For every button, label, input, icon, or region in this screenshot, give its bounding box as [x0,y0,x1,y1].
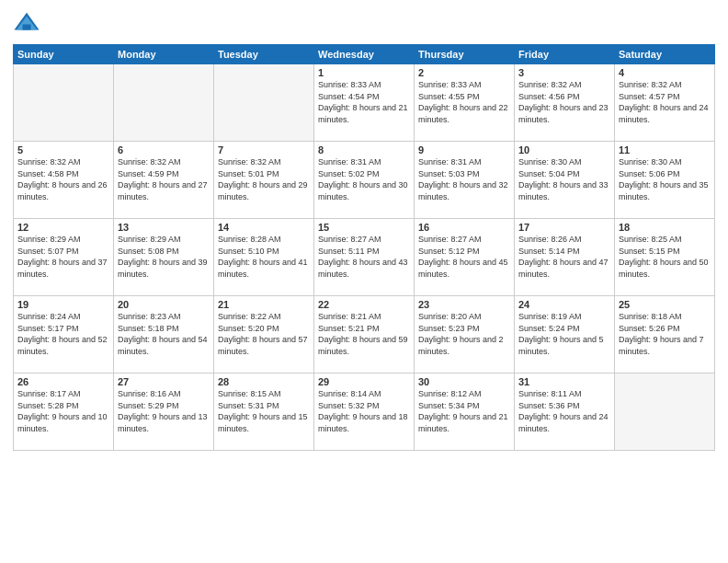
day-info: Sunrise: 8:15 AMSunset: 5:31 PMDaylight:… [218,388,310,434]
day-info: Sunrise: 8:14 AMSunset: 5:32 PMDaylight:… [318,388,410,434]
calendar-cell [114,64,214,142]
weekday-header-row: SundayMondayTuesdayWednesdayThursdayFrid… [14,45,715,64]
day-info: Sunrise: 8:21 AMSunset: 5:21 PMDaylight:… [318,311,410,357]
day-info: Sunrise: 8:31 AMSunset: 5:03 PMDaylight:… [418,156,510,202]
day-info: Sunrise: 8:20 AMSunset: 5:23 PMDaylight:… [418,311,510,357]
calendar-cell: 28Sunrise: 8:15 AMSunset: 5:31 PMDayligh… [214,373,314,451]
day-number: 11 [619,144,711,155]
day-info: Sunrise: 8:19 AMSunset: 5:24 PMDaylight:… [518,311,610,357]
calendar-header: SundayMondayTuesdayWednesdayThursdayFrid… [14,45,715,64]
logo [13,9,44,37]
day-info: Sunrise: 8:30 AMSunset: 5:06 PMDaylight:… [619,156,711,202]
calendar-cell: 14Sunrise: 8:28 AMSunset: 5:10 PMDayligh… [214,219,314,296]
calendar-cell: 6Sunrise: 8:32 AMSunset: 4:59 PMDaylight… [114,142,214,219]
day-number: 9 [418,144,510,155]
calendar-cell: 2Sunrise: 8:33 AMSunset: 4:55 PMDaylight… [415,64,515,142]
day-number: 20 [118,299,210,310]
calendar-cell: 27Sunrise: 8:16 AMSunset: 5:29 PMDayligh… [114,373,214,451]
svg-rect-2 [23,25,31,30]
calendar-cell: 21Sunrise: 8:22 AMSunset: 5:20 PMDayligh… [214,296,314,373]
day-info: Sunrise: 8:26 AMSunset: 5:14 PMDaylight:… [518,234,610,280]
day-number: 29 [318,376,410,387]
logo-icon [13,9,40,37]
day-number: 21 [218,299,310,310]
calendar-cell: 15Sunrise: 8:27 AMSunset: 5:11 PMDayligh… [314,219,415,296]
day-info: Sunrise: 8:23 AMSunset: 5:18 PMDaylight:… [118,311,210,357]
day-info: Sunrise: 8:25 AMSunset: 5:15 PMDaylight:… [619,234,711,280]
day-info: Sunrise: 8:32 AMSunset: 5:01 PMDaylight:… [218,156,310,202]
day-number: 6 [118,144,210,155]
day-number: 10 [518,144,610,155]
day-number: 25 [619,299,711,310]
week-row-4: 19Sunrise: 8:24 AMSunset: 5:17 PMDayligh… [14,296,715,373]
calendar-cell: 23Sunrise: 8:20 AMSunset: 5:23 PMDayligh… [415,296,515,373]
weekday-header-friday: Friday [515,45,615,64]
calendar-cell: 29Sunrise: 8:14 AMSunset: 5:32 PMDayligh… [314,373,415,451]
calendar-cell [214,64,314,142]
day-number: 8 [318,144,410,155]
calendar-cell: 4Sunrise: 8:32 AMSunset: 4:57 PMDaylight… [615,64,715,142]
page: SundayMondayTuesdayWednesdayThursdayFrid… [0,0,728,563]
calendar-cell: 31Sunrise: 8:11 AMSunset: 5:36 PMDayligh… [515,373,615,451]
day-info: Sunrise: 8:30 AMSunset: 5:04 PMDaylight:… [518,156,610,202]
week-row-3: 12Sunrise: 8:29 AMSunset: 5:07 PMDayligh… [14,219,715,296]
day-number: 15 [318,222,410,233]
day-info: Sunrise: 8:18 AMSunset: 5:26 PMDaylight:… [619,311,711,357]
day-info: Sunrise: 8:12 AMSunset: 5:34 PMDaylight:… [418,388,510,434]
calendar-cell: 19Sunrise: 8:24 AMSunset: 5:17 PMDayligh… [14,296,114,373]
day-number: 1 [318,67,410,78]
calendar-cell: 11Sunrise: 8:30 AMSunset: 5:06 PMDayligh… [615,142,715,219]
calendar-cell: 16Sunrise: 8:27 AMSunset: 5:12 PMDayligh… [415,219,515,296]
weekday-header-thursday: Thursday [415,45,515,64]
day-number: 23 [418,299,510,310]
calendar-cell: 18Sunrise: 8:25 AMSunset: 5:15 PMDayligh… [615,219,715,296]
calendar-cell: 8Sunrise: 8:31 AMSunset: 5:02 PMDaylight… [314,142,415,219]
day-info: Sunrise: 8:16 AMSunset: 5:29 PMDaylight:… [118,388,210,434]
day-info: Sunrise: 8:32 AMSunset: 4:59 PMDaylight:… [118,156,210,202]
calendar-cell [615,373,715,451]
calendar-cell: 7Sunrise: 8:32 AMSunset: 5:01 PMDaylight… [214,142,314,219]
weekday-header-tuesday: Tuesday [214,45,314,64]
day-number: 30 [418,376,510,387]
calendar-cell: 26Sunrise: 8:17 AMSunset: 5:28 PMDayligh… [14,373,114,451]
calendar-cell: 10Sunrise: 8:30 AMSunset: 5:04 PMDayligh… [515,142,615,219]
day-number: 26 [17,376,109,387]
week-row-5: 26Sunrise: 8:17 AMSunset: 5:28 PMDayligh… [14,373,715,451]
day-number: 28 [218,376,310,387]
calendar-cell: 22Sunrise: 8:21 AMSunset: 5:21 PMDayligh… [314,296,415,373]
calendar-cell: 17Sunrise: 8:26 AMSunset: 5:14 PMDayligh… [515,219,615,296]
calendar-cell: 24Sunrise: 8:19 AMSunset: 5:24 PMDayligh… [515,296,615,373]
calendar-cell: 9Sunrise: 8:31 AMSunset: 5:03 PMDaylight… [415,142,515,219]
day-info: Sunrise: 8:29 AMSunset: 5:07 PMDaylight:… [17,234,109,280]
weekday-header-wednesday: Wednesday [314,45,415,64]
day-number: 7 [218,144,310,155]
day-number: 31 [518,376,610,387]
day-number: 5 [17,144,109,155]
day-info: Sunrise: 8:27 AMSunset: 5:11 PMDaylight:… [318,234,410,280]
weekday-header-monday: Monday [114,45,214,64]
calendar-cell: 5Sunrise: 8:32 AMSunset: 4:58 PMDaylight… [14,142,114,219]
day-info: Sunrise: 8:27 AMSunset: 5:12 PMDaylight:… [418,234,510,280]
day-number: 27 [118,376,210,387]
day-info: Sunrise: 8:17 AMSunset: 5:28 PMDaylight:… [17,388,109,434]
day-number: 3 [518,67,610,78]
day-number: 17 [518,222,610,233]
calendar-cell: 1Sunrise: 8:33 AMSunset: 4:54 PMDaylight… [314,64,415,142]
header [13,9,715,37]
day-info: Sunrise: 8:31 AMSunset: 5:02 PMDaylight:… [318,156,410,202]
day-info: Sunrise: 8:32 AMSunset: 4:56 PMDaylight:… [518,79,610,125]
calendar-cell: 12Sunrise: 8:29 AMSunset: 5:07 PMDayligh… [14,219,114,296]
day-number: 14 [218,222,310,233]
day-number: 4 [619,67,711,78]
day-number: 18 [619,222,711,233]
day-number: 2 [418,67,510,78]
week-row-2: 5Sunrise: 8:32 AMSunset: 4:58 PMDaylight… [14,142,715,219]
day-number: 12 [17,222,109,233]
day-info: Sunrise: 8:32 AMSunset: 4:58 PMDaylight:… [17,156,109,202]
day-number: 24 [518,299,610,310]
day-info: Sunrise: 8:24 AMSunset: 5:17 PMDaylight:… [17,311,109,357]
calendar-cell: 20Sunrise: 8:23 AMSunset: 5:18 PMDayligh… [114,296,214,373]
calendar-body: 1Sunrise: 8:33 AMSunset: 4:54 PMDaylight… [14,64,715,451]
day-info: Sunrise: 8:33 AMSunset: 4:54 PMDaylight:… [318,79,410,125]
day-number: 22 [318,299,410,310]
